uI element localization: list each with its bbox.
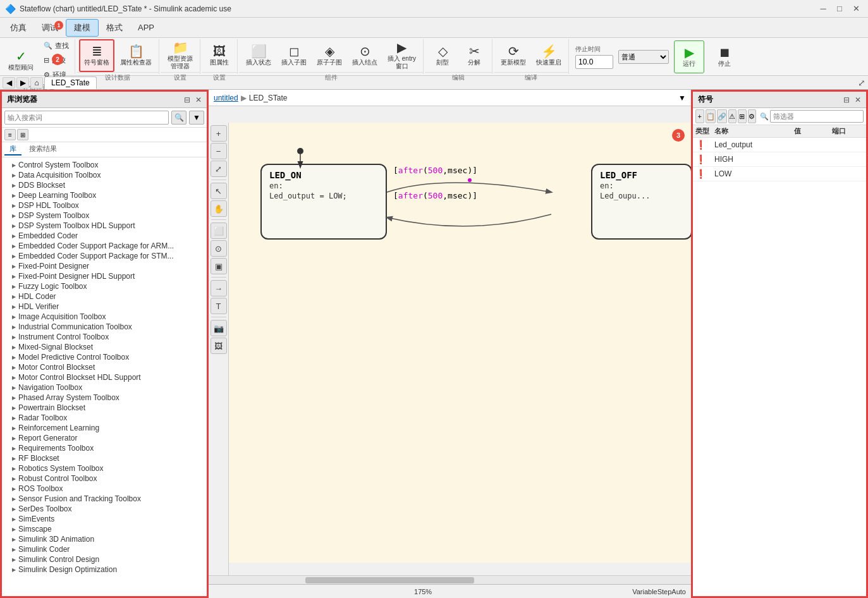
sym-options-button[interactable]: ⚙ (748, 109, 757, 123)
library-item[interactable]: Embedded Coder Support Package for ARM..… (2, 241, 207, 251)
image-button[interactable]: 🖼 (211, 338, 227, 354)
insert-substate-button[interactable]: ◻ 插入子图 (277, 39, 311, 72)
text-tool-button[interactable]: T (211, 298, 227, 314)
sim-mode-select[interactable]: 普通 (618, 50, 669, 64)
library-item[interactable]: Model Predictive Control Toolbox (2, 352, 207, 362)
library-item[interactable]: Simscape (2, 524, 207, 534)
select-tool-button[interactable]: ↖ (211, 183, 227, 199)
library-item[interactable]: Simulink 3D Animation (2, 534, 207, 544)
library-item[interactable]: DSP System Toolbox (2, 211, 207, 221)
menu-debug[interactable]: 调试 1 (34, 20, 66, 36)
menu-format[interactable]: 格式 (99, 20, 130, 36)
search-execute-button[interactable]: 🔍 (171, 111, 186, 125)
model-advisor-button[interactable]: ✓ 模型顾问 (4, 44, 38, 77)
find-button[interactable]: 🔍 查找 (39, 39, 73, 52)
draw-transition-button[interactable]: → (211, 280, 227, 296)
library-item[interactable]: Simulink Coder (2, 544, 207, 554)
sidebar-undock-button[interactable]: ⊟ (181, 94, 193, 106)
library-item[interactable]: DDS Blockset (2, 180, 207, 190)
fit-view-button[interactable]: ⤢ (211, 161, 227, 177)
draw-box-button[interactable]: ▣ (211, 258, 227, 274)
library-item[interactable]: DSP System Toolbox HDL Support (2, 221, 207, 231)
library-item[interactable]: Data Acquisition Toolbox (2, 170, 207, 180)
zoom-out-button[interactable]: − (211, 143, 227, 159)
library-item[interactable]: SimEvents (2, 514, 207, 524)
tab-home-button[interactable]: ⌂ (30, 77, 43, 88)
symbol-row[interactable]: ❗ LOW (693, 167, 866, 181)
sym-grid-button[interactable]: ⊞ (738, 109, 747, 123)
library-item[interactable]: Simulink Design Optimization (2, 564, 207, 575)
library-item[interactable]: Embedded Coder (2, 231, 207, 241)
horizontal-scrollbar[interactable] (209, 575, 691, 584)
model-resources-button[interactable]: 📁 模型资源管理器 (163, 39, 197, 72)
atomic-substate-button[interactable]: ◈ 原子子图 (312, 39, 346, 72)
library-item[interactable]: ROS Toolbox (2, 484, 207, 494)
tab-led-state[interactable]: LED_STate (44, 76, 97, 89)
library-item[interactable]: Report Generator (2, 433, 207, 443)
symbol-filter-input[interactable] (770, 110, 864, 123)
library-item[interactable]: Motor Control Blockset (2, 362, 207, 372)
shape-button[interactable]: ◇ 刻型 (427, 39, 458, 72)
library-item[interactable]: Robust Control Toolbox (2, 473, 207, 484)
menu-simulation[interactable]: 仿真 (3, 20, 34, 36)
library-item[interactable]: Requirements Toolbox (2, 443, 207, 453)
library-item[interactable]: RF Blockset (2, 453, 207, 463)
camera-button[interactable]: 📷 (211, 320, 227, 336)
close-button[interactable]: ✕ (849, 3, 863, 15)
library-item[interactable]: Image Acquisition Toolbox (2, 312, 207, 322)
library-item[interactable]: Fixed-Point Designer (2, 261, 207, 271)
maximize-button[interactable]: □ (833, 3, 847, 15)
insert-state-button[interactable]: ⬜ 插入状态 (241, 39, 276, 72)
grid-view-button[interactable]: ⊞ (17, 129, 28, 140)
sym-type-button[interactable]: 📋 (706, 109, 716, 123)
zoom-in-button[interactable]: + (211, 125, 227, 142)
insert-entry-button[interactable]: ▶ 插入 entry窗口 (383, 39, 420, 72)
library-item[interactable]: SerDes Toolbox (2, 504, 207, 514)
state-led-on[interactable]: LED_ON en: Led_output = LOW; (260, 164, 387, 240)
draw-state-button[interactable]: ⬜ (211, 223, 227, 239)
minimize-button[interactable]: ─ (816, 3, 830, 15)
list-view-button[interactable]: ≡ (4, 129, 16, 140)
split-button[interactable]: ✂ 分解 (459, 39, 489, 72)
library-item[interactable]: Radar Toolbox (2, 413, 207, 423)
update-model-button[interactable]: ⟳ 更新模型 (496, 39, 530, 72)
library-item[interactable]: Industrial Communication Toolbox (2, 322, 207, 332)
fast-restart-button[interactable]: ⚡ 快速重启 (532, 39, 566, 72)
breadcrumb-root[interactable]: untitled (214, 94, 238, 102)
library-item[interactable]: Sensor Fusion and Tracking Toolbox (2, 494, 207, 504)
library-item[interactable]: Phased Array System Toolbox (2, 393, 207, 403)
run-button[interactable]: ▶ 运行 (674, 40, 704, 73)
sym-add-button[interactable]: + (695, 109, 704, 123)
library-item[interactable]: Motor Control Blockset HDL Support (2, 372, 207, 382)
library-item[interactable]: Fuzzy Logic Toolbox (2, 281, 207, 291)
insert-junction-button[interactable]: ⊙ 插入结点 (348, 39, 382, 72)
library-item[interactable]: Reinforcement Learning (2, 423, 207, 433)
library-item[interactable]: Fixed-Point Designer HDL Support (2, 271, 207, 281)
symbol-close-button[interactable]: ✕ (852, 94, 864, 106)
library-item[interactable]: Robotics System Toolbox (2, 463, 207, 473)
property-inspector-button[interactable]: 📋 属性检查器 (116, 39, 156, 72)
library-item[interactable]: DSP HDL Toolbox (2, 200, 207, 211)
menu-build[interactable]: 建模 (66, 19, 99, 37)
tab-maximize-button[interactable]: ⤢ (858, 78, 865, 88)
sym-error-button[interactable]: ⚠ (728, 109, 737, 123)
library-item[interactable]: Embedded Coder Support Package for STM..… (2, 251, 207, 261)
search-input[interactable] (4, 111, 169, 125)
sidebar-close-button[interactable]: ✕ (193, 94, 204, 106)
library-item[interactable]: Control System Toolbox (2, 160, 207, 170)
library-item[interactable]: Powertrain Blockset (2, 403, 207, 413)
tab-forward-button[interactable]: ▶ (16, 77, 29, 88)
library-item[interactable]: HDL Verifier (2, 302, 207, 312)
library-item[interactable]: Simulink Control Design (2, 554, 207, 564)
symbol-undock-button[interactable]: ⊟ (841, 94, 852, 106)
library-item[interactable]: Instrument Control Toolbox (2, 332, 207, 342)
stop-time-input[interactable] (575, 55, 613, 69)
search-options-button[interactable]: ▼ (189, 111, 204, 125)
library-item[interactable]: Mixed-Signal Blockset (2, 342, 207, 352)
sym-resolve-button[interactable]: 🔗 (717, 109, 727, 123)
symbol-pane-button[interactable]: ≣ 符号窗格 (79, 39, 114, 72)
symbol-row[interactable]: ❗ HIGH (693, 152, 866, 167)
symbol-row[interactable]: ❗ Led_output (693, 138, 866, 152)
diagram-props-button[interactable]: 🖼 图属性 (204, 39, 235, 72)
pan-tool-button[interactable]: ✋ (211, 200, 227, 217)
